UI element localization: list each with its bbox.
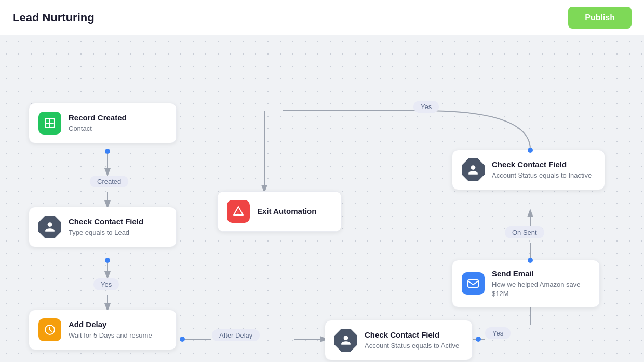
svg-rect-15 bbox=[46, 123, 54, 124]
header: Lead Nurturing Publish bbox=[0, 0, 644, 35]
clock-icon bbox=[38, 318, 61, 341]
workflow-canvas: Record Created Contact Created Check Con… bbox=[0, 35, 644, 362]
node-send-email-text: Send Email How we helped Amazon save $12… bbox=[492, 269, 590, 299]
label-yes2: Yes bbox=[485, 327, 511, 339]
node-check-lead-text: Check Contact Field Type equals to Lead bbox=[69, 217, 143, 237]
publish-button[interactable]: Publish bbox=[568, 7, 632, 29]
node-check-active-text: Check Contact Field Account Status equal… bbox=[365, 330, 459, 351]
svg-text:!: ! bbox=[237, 210, 239, 215]
person-icon-active bbox=[334, 329, 357, 352]
node-add-delay-text: Add Delay Wait for 5 Days and resume bbox=[69, 319, 152, 340]
email-icon bbox=[462, 272, 485, 295]
dot-add-delay-out bbox=[180, 337, 185, 342]
node-check-active[interactable]: Check Contact Field Account Status equal… bbox=[325, 320, 473, 360]
node-exit-automation[interactable]: ! Exit Automation bbox=[217, 191, 342, 232]
label-yes1: Yes bbox=[93, 278, 119, 290]
node-check-inactive-text: Check Contact Field Account Status equal… bbox=[492, 159, 592, 180]
dot-check-lead-out bbox=[105, 258, 110, 263]
person-icon-lead bbox=[38, 216, 61, 238]
label-created: Created bbox=[90, 176, 128, 187]
node-check-inactive[interactable]: Check Contact Field Account Status equal… bbox=[452, 150, 605, 190]
page-title: Lead Nurturing bbox=[12, 11, 95, 24]
svg-rect-18 bbox=[468, 280, 478, 287]
node-record-created-text: Record Created Contact bbox=[69, 113, 127, 133]
node-add-delay[interactable]: Add Delay Wait for 5 Days and resume bbox=[29, 310, 177, 350]
node-send-email[interactable]: Send Email How we helped Amazon save $12… bbox=[452, 260, 600, 307]
person-icon-inactive bbox=[462, 158, 485, 181]
label-on-sent: On Sent bbox=[505, 226, 544, 238]
dot-check-inactive-top bbox=[528, 148, 533, 153]
exit-icon: ! bbox=[227, 200, 250, 223]
node-record-created[interactable]: Record Created Contact bbox=[29, 103, 177, 143]
node-exit-automation-text: Exit Automation bbox=[257, 206, 316, 217]
dot-record-created-out bbox=[105, 149, 110, 154]
dot-send-email-top bbox=[528, 258, 533, 263]
plus-icon bbox=[38, 112, 61, 135]
label-yes3: Yes bbox=[413, 101, 439, 113]
node-check-lead[interactable]: Check Contact Field Type equals to Lead bbox=[29, 207, 177, 247]
label-after-delay: After Delay bbox=[212, 329, 260, 341]
dot-check-active-out bbox=[476, 337, 481, 342]
